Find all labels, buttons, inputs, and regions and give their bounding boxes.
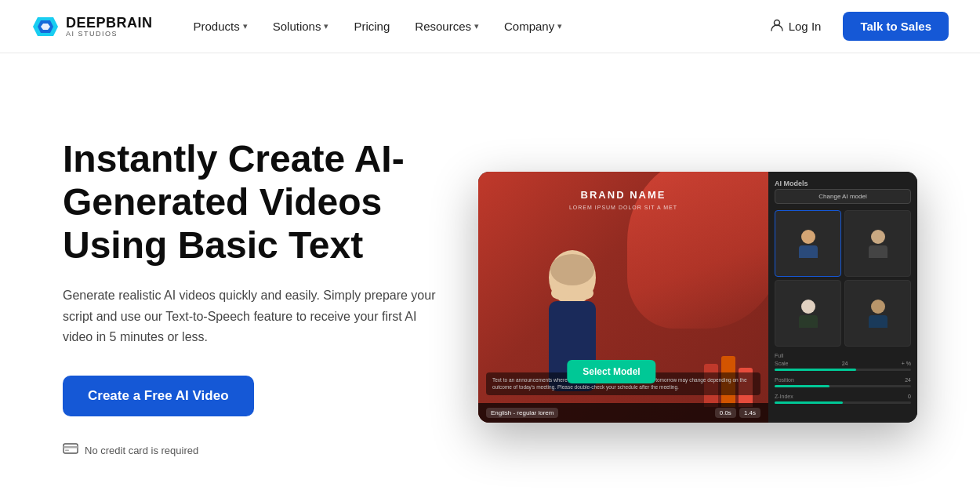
create-free-video-button[interactable]: Create a Free AI Video	[63, 376, 254, 416]
chevron-down-icon: ▾	[324, 21, 328, 31]
login-button[interactable]: Log In	[760, 12, 831, 41]
svg-rect-4	[64, 444, 78, 453]
mockup-bottom-bar: English - regular lorem 0.0s 1.4s	[478, 403, 768, 423]
nav-label-products: Products	[194, 20, 240, 33]
credit-card-icon	[63, 443, 78, 457]
model-thumb-2[interactable]	[844, 210, 911, 277]
panel-header: AI Models Change AI model	[775, 180, 911, 204]
brand-name-overlay: BRAND NAME Lorem ipsum dolor sit a met	[569, 189, 677, 211]
nav-label-company: Company	[504, 20, 554, 33]
logo-sub: AI STUDIOS	[66, 30, 153, 38]
nav-item-pricing[interactable]: Pricing	[344, 13, 399, 39]
avatar-body-4	[869, 315, 887, 328]
mockup-video-area: BRAND NAME Lorem ipsum dolor sit a met	[478, 172, 768, 423]
nav-label-solutions: Solutions	[273, 20, 321, 33]
control-label-zindex: Z-Index	[775, 394, 793, 399]
nav-label-resources: Resources	[415, 20, 471, 33]
panel-control-full: Full Scale 24 + %	[775, 353, 911, 371]
navbar: DEEPBRAIN AI STUDIOS Products ▾ Solution…	[0, 0, 980, 53]
control-label-scale: Scale	[775, 361, 789, 366]
mockup-container: BRAND NAME Lorem ipsum dolor sit a met	[478, 172, 917, 423]
hero-section: Instantly Create AI-Generated Videos Usi…	[0, 53, 980, 494]
nav-item-resources[interactable]: Resources ▾	[405, 13, 488, 39]
change-model-button[interactable]: Change AI model	[775, 189, 911, 204]
no-credit-text: No credit card is required	[85, 445, 198, 456]
nav-item-solutions[interactable]: Solutions ▾	[263, 13, 339, 39]
avatar-body-1	[799, 245, 818, 258]
avatar-head-1	[801, 230, 815, 244]
control-val-pct: + %	[902, 361, 911, 366]
avatar-head-4	[871, 300, 885, 314]
ai-models-grid	[775, 210, 911, 347]
select-model-button[interactable]: Select Model	[567, 360, 655, 383]
control-val-zindex: 0	[908, 394, 911, 399]
hero-mockup: BRAND NAME Lorem ipsum dolor sit a met	[478, 172, 917, 423]
brand-name-text: BRAND NAME	[581, 189, 666, 201]
control-label-position: Position	[775, 377, 794, 383]
time-badge-2: 1.4s	[739, 408, 760, 418]
time-badge-1: 0.0s	[715, 408, 736, 418]
panel-control-position: Position 24	[775, 377, 911, 387]
zindex-fill	[775, 401, 843, 404]
position-fill	[775, 385, 829, 387]
svg-rect-5	[64, 446, 78, 449]
svg-point-8	[550, 254, 594, 285]
nav-label-pricing: Pricing	[354, 20, 390, 33]
time-badges: 0.0s 1.4s	[715, 408, 760, 418]
hero-subtitle: Generate realistic AI videos quickly and…	[63, 285, 447, 347]
position-slider[interactable]	[775, 385, 911, 387]
svg-point-11	[575, 287, 593, 300]
navbar-left: DEEPBRAIN AI STUDIOS Products ▾ Solution…	[31, 13, 572, 41]
avatar-head-2	[871, 230, 885, 244]
logo[interactable]: DEEPBRAIN AI STUDIOS	[31, 13, 153, 41]
control-val-scale: 24	[842, 361, 848, 366]
nav-item-company[interactable]: Company ▾	[495, 13, 572, 39]
logo-text: DEEPBRAIN AI STUDIOS	[66, 16, 153, 38]
hero-title: Instantly Create AI-Generated Videos Usi…	[63, 137, 478, 267]
nav-item-products[interactable]: Products ▾	[184, 13, 257, 39]
talk-to-sales-button[interactable]: Talk to Sales	[843, 12, 949, 41]
control-label-full: Full	[775, 353, 783, 358]
navbar-right: Log In Talk to Sales	[760, 12, 949, 41]
chevron-down-icon: ▾	[243, 21, 248, 31]
model-thumb-4[interactable]	[844, 280, 911, 347]
scale-fill	[775, 369, 856, 371]
svg-rect-6	[65, 450, 69, 452]
user-icon	[770, 18, 784, 35]
brand-sub-text: Lorem ipsum dolor sit a met	[569, 204, 677, 211]
avatar-body-3	[799, 315, 818, 328]
panel-control-zindex: Z-Index 0	[775, 394, 911, 404]
svg-point-10	[551, 287, 570, 300]
zindex-slider[interactable]	[775, 401, 911, 404]
hero-left: Instantly Create AI-Generated Videos Usi…	[63, 137, 478, 458]
login-label: Log In	[789, 20, 822, 33]
control-val-position: 24	[905, 377, 911, 383]
scale-slider[interactable]	[775, 369, 911, 371]
panel-title: AI Models	[775, 180, 911, 187]
avatar-body-2	[869, 245, 887, 258]
chevron-down-icon: ▾	[474, 21, 479, 31]
mockup-panel: AI Models Change AI model	[768, 172, 917, 423]
language-badge: English - regular lorem	[486, 408, 558, 418]
model-thumb-1[interactable]	[775, 210, 841, 277]
chevron-down-icon: ▾	[557, 21, 562, 31]
no-credit-note: No credit card is required	[63, 443, 478, 457]
logo-brand: DEEPBRAIN	[66, 16, 153, 30]
avatar-head-3	[801, 300, 815, 314]
logo-icon	[31, 13, 60, 41]
model-thumb-3[interactable]	[775, 280, 841, 347]
nav-links: Products ▾ Solutions ▾ Pricing Resources…	[184, 13, 572, 39]
